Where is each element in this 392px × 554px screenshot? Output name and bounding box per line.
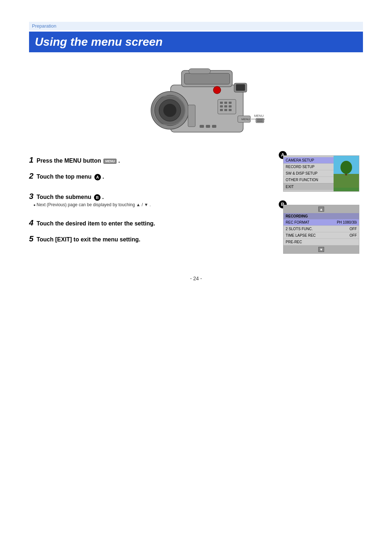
section-label: Preparation bbox=[29, 22, 363, 30]
svg-rect-11 bbox=[224, 102, 227, 104]
camera-image-container: MENU MENU bbox=[127, 63, 265, 144]
menu-item-3: OTHER FUNCTION bbox=[283, 177, 334, 183]
svg-rect-24 bbox=[200, 125, 204, 128]
menu-exit: EXIT bbox=[283, 183, 334, 190]
menu-screen-a-wrapper: A CAMERA SETUP RECORD SETUP SW & DISP SE… bbox=[283, 155, 363, 192]
svg-rect-21 bbox=[189, 69, 211, 74]
svg-rect-17 bbox=[224, 109, 227, 111]
menu-item-1: RECORD SETUP bbox=[283, 164, 334, 170]
svg-rect-16 bbox=[220, 109, 223, 111]
step1-text: Press the MENU button MENU . bbox=[37, 158, 120, 164]
down-arrow-icon: ▼ bbox=[318, 247, 324, 252]
svg-rect-14 bbox=[224, 105, 227, 107]
svg-rect-30 bbox=[256, 118, 264, 123]
submenu-up-arrow: ▲ bbox=[283, 205, 359, 213]
svg-point-6 bbox=[163, 104, 176, 117]
svg-rect-2 bbox=[184, 73, 230, 84]
svg-rect-10 bbox=[220, 102, 223, 104]
up-arrow-icon: ▲ bbox=[318, 207, 324, 212]
menu-screen-b-wrapper: B ▲ RECORDING REC FORMAT PH 1080/30i 2 S… bbox=[283, 205, 363, 254]
step-5: 5 Touch [EXIT] to exit the menu setting. bbox=[29, 234, 272, 244]
menu-thumbnail bbox=[334, 156, 359, 191]
svg-rect-31 bbox=[257, 119, 263, 120]
step1-number: 1 bbox=[29, 155, 33, 164]
step2-text: Touch the top menu A . bbox=[37, 174, 104, 180]
step-3: 3 Touch the submenu B . Next (Previous) … bbox=[29, 192, 272, 207]
svg-text:MENU: MENU bbox=[241, 118, 250, 121]
svg-text:MENU: MENU bbox=[254, 114, 264, 118]
menu-list-a: CAMERA SETUP RECORD SETUP SW & DISP SETU… bbox=[283, 156, 334, 191]
circle-a-label: A bbox=[94, 174, 101, 180]
page-title: Using the menu screen bbox=[35, 35, 163, 48]
menu-button-icon: MENU bbox=[103, 159, 117, 164]
submenu-row-1: 2 SLOTS FUNC. OFF bbox=[283, 226, 359, 232]
svg-rect-18 bbox=[229, 109, 232, 111]
svg-rect-8 bbox=[188, 105, 195, 127]
step4-text: Touch the desired item to enter the sett… bbox=[37, 220, 155, 227]
svg-rect-15 bbox=[229, 105, 232, 107]
camera-area: MENU MENU bbox=[29, 63, 363, 144]
submenu-down-arrow: ▼ bbox=[283, 245, 359, 253]
steps-left: 1 Press the MENU button MENU . 2 Touch t… bbox=[29, 155, 272, 254]
step-2: 2 Touch the top menu A . bbox=[29, 171, 272, 181]
section-title-bar: Using the menu screen bbox=[29, 32, 363, 52]
menu-screen-a: CAMERA SETUP RECORD SETUP SW & DISP SETU… bbox=[283, 155, 359, 192]
svg-rect-26 bbox=[212, 125, 216, 128]
submenu-row-0: REC FORMAT PH 1080/30i bbox=[283, 219, 359, 226]
svg-rect-25 bbox=[206, 125, 210, 128]
camera-drawing: MENU MENU bbox=[127, 63, 265, 143]
step2-number: 2 bbox=[29, 171, 33, 180]
step-4: 4 Touch the desired item to enter the se… bbox=[29, 218, 272, 228]
step5-text: Touch [EXIT] to exit the menu setting. bbox=[37, 236, 140, 243]
step5-number: 5 bbox=[29, 234, 33, 243]
steps-right: A CAMERA SETUP RECORD SETUP SW & DISP SE… bbox=[283, 155, 363, 254]
step4-number: 4 bbox=[29, 218, 33, 227]
page-number: - 24 - bbox=[29, 276, 363, 281]
steps-container: 1 Press the MENU button MENU . 2 Touch t… bbox=[29, 155, 363, 254]
svg-rect-20 bbox=[236, 84, 245, 91]
circle-b-label: B bbox=[94, 194, 101, 201]
thumbnail-svg bbox=[334, 156, 359, 188]
submenu-header: RECORDING bbox=[283, 213, 359, 219]
step3-number: 3 bbox=[29, 192, 33, 201]
step3-bullet: Next (Previous) page can be displayed by… bbox=[29, 202, 272, 207]
step-1: 1 Press the MENU button MENU . bbox=[29, 155, 272, 165]
svg-rect-34 bbox=[334, 174, 359, 188]
menu-screen-a-content: CAMERA SETUP RECORD SETUP SW & DISP SETU… bbox=[283, 156, 359, 191]
step3-text: Touch the submenu B . bbox=[37, 194, 104, 200]
svg-point-27 bbox=[213, 86, 221, 94]
page-container: Preparation Using the menu screen bbox=[0, 0, 392, 554]
svg-rect-32 bbox=[257, 121, 263, 122]
svg-rect-13 bbox=[220, 105, 223, 107]
menu-screen-b: ▲ RECORDING REC FORMAT PH 1080/30i 2 SLO… bbox=[283, 205, 359, 254]
submenu-row-2: TIME LAPSE REC OFF bbox=[283, 232, 359, 239]
menu-item-0: CAMERA SETUP bbox=[283, 157, 334, 164]
menu-item-2: SW & DISP SETUP bbox=[283, 170, 334, 177]
svg-point-36 bbox=[340, 161, 352, 174]
submenu-row-3: PRE-REC bbox=[283, 239, 359, 245]
svg-rect-12 bbox=[229, 102, 232, 104]
